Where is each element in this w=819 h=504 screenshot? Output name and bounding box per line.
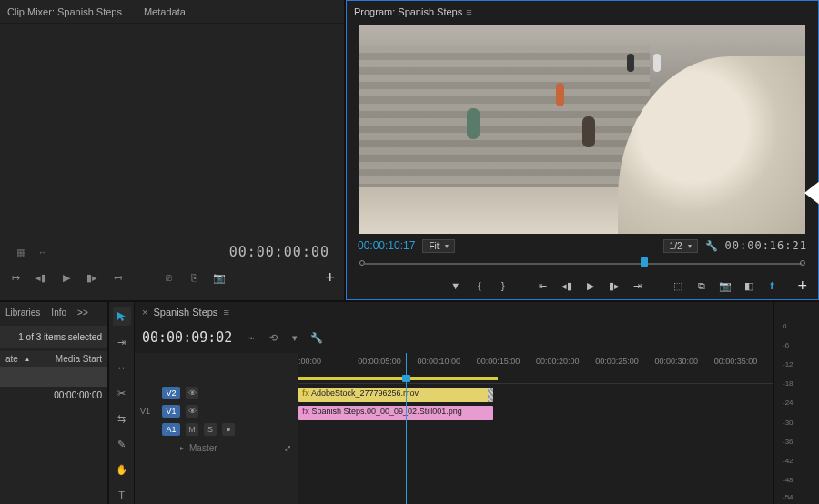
- step-back-icon[interactable]: ◂▮: [35, 271, 47, 284]
- source-transport: ↦ ◂▮ ▶ ▮▸ ↤ ⎚ ⎘ 📷 +: [0, 264, 344, 291]
- record-icon[interactable]: ●: [222, 423, 235, 436]
- project-item[interactable]: [0, 367, 107, 387]
- pen-tool[interactable]: ✎: [113, 435, 131, 453]
- project-columns[interactable]: ate ▴ Media Start: [0, 351, 107, 367]
- menu-icon[interactable]: ≡: [223, 307, 228, 318]
- insert-icon[interactable]: ⎚: [162, 271, 175, 284]
- tab-libraries[interactable]: Libraries: [5, 307, 40, 318]
- clip-video[interactable]: fx AdobeStock_277796256.mov: [298, 388, 493, 402]
- export-frame-icon[interactable]: 📷: [719, 279, 732, 292]
- program-monitor: Program: Spanish Steps ≡ 00:00:10:17 Fit…: [346, 0, 819, 300]
- track-select-tool[interactable]: ⇥: [113, 333, 131, 351]
- add-button[interactable]: +: [325, 268, 335, 287]
- icon-grid-view[interactable]: ▦: [15, 246, 27, 258]
- expand-icon[interactable]: ⤢: [284, 443, 291, 453]
- playhead[interactable]: [406, 353, 407, 504]
- solo-icon[interactable]: S: [204, 423, 217, 436]
- compare-icon[interactable]: ◧: [743, 279, 755, 292]
- program-scrubber[interactable]: [359, 256, 805, 272]
- tool-palette: ⇥ ↔ ✂ ⇆ ✎ ✋ T: [109, 302, 135, 504]
- mute-icon[interactable]: M: [186, 423, 198, 436]
- timeline-timecode[interactable]: 00:00:09:02: [142, 329, 232, 346]
- source-body: [0, 24, 344, 240]
- track-master-header: ▸ Master ⤢: [135, 438, 298, 457]
- settings-icon[interactable]: 🔧: [310, 331, 323, 344]
- source-tabs: Clip Mixer: Spanish Steps Metadata: [0, 0, 344, 24]
- link-icon[interactable]: ⟲: [267, 331, 279, 344]
- marker-icon[interactable]: ▼: [450, 279, 462, 292]
- program-viewport[interactable]: [359, 25, 805, 234]
- project-panel: Libraries Info >> 1 of 3 items selected …: [0, 302, 109, 504]
- selection-info: 1 of 3 items selected: [0, 326, 107, 348]
- hand-tool[interactable]: ✋: [113, 460, 131, 479]
- add-button[interactable]: +: [797, 277, 807, 296]
- track-v2-header[interactable]: V2 👁: [135, 384, 298, 402]
- timeline-panel: × Spanish Steps ≡ 00:00:09:02 ⌁ ⟲ ▾ 🔧 V2: [135, 302, 774, 504]
- zoom-fit-dropdown[interactable]: Fit▾: [422, 239, 454, 253]
- snap-icon[interactable]: ⌁: [245, 331, 258, 344]
- tab-overflow[interactable]: >>: [77, 307, 88, 318]
- marker-icon[interactable]: ▾: [288, 331, 301, 344]
- audio-meters: 0 -6 -12 -18 -24 -30 -36 -42 -48 -54: [774, 302, 819, 504]
- sequence-tab[interactable]: Spanish Steps: [153, 307, 217, 318]
- ripple-edit-tool[interactable]: ↔: [113, 358, 131, 377]
- project-item[interactable]: 00:00:00:00: [0, 387, 107, 404]
- eye-icon[interactable]: 👁: [186, 405, 198, 418]
- settings-icon[interactable]: 🔧: [705, 239, 718, 252]
- timeline-tracks[interactable]: :00:00 00:00:05:00 00:00:10:00 00:00:15:…: [298, 353, 774, 504]
- track-v1-header[interactable]: V1 V1 👁: [135, 402, 298, 420]
- slip-tool[interactable]: ⇆: [113, 409, 131, 428]
- track-headers: V2 👁 V1 V1 👁 A1 M S ● ▸: [135, 353, 298, 504]
- selection-tool[interactable]: [113, 307, 131, 326]
- resolution-dropdown[interactable]: 1/2▾: [663, 239, 698, 253]
- clip-image[interactable]: fx Spanish Steps.00_00_09_02.Still001.pn…: [298, 406, 493, 420]
- export-icon[interactable]: ⬆: [766, 279, 779, 292]
- razor-tool[interactable]: ✂: [113, 384, 131, 402]
- program-duration-tc: 00:00:16:21: [725, 239, 807, 252]
- source-panel: Clip Mixer: Spanish Steps Metadata ▦ ↔ 0…: [0, 0, 346, 300]
- time-ruler[interactable]: :00:00 00:00:05:00 00:00:10:00 00:00:15:…: [298, 353, 774, 384]
- goto-out-icon[interactable]: ⇥: [632, 279, 644, 292]
- step-back-icon[interactable]: ◂▮: [561, 279, 573, 292]
- tab-metadata[interactable]: Metadata: [144, 6, 186, 17]
- mark-out-icon[interactable]: ↤: [111, 271, 124, 284]
- icon-list-view[interactable]: ↔: [36, 246, 49, 258]
- out-bracket-icon[interactable]: }: [497, 279, 510, 292]
- nav-arrow-right[interactable]: [804, 180, 819, 206]
- mark-in-icon[interactable]: ↦: [9, 271, 22, 284]
- program-current-tc[interactable]: 00:00:10:17: [358, 239, 415, 252]
- type-tool[interactable]: T: [113, 486, 131, 504]
- lift-icon[interactable]: ⬚: [672, 279, 684, 292]
- menu-icon[interactable]: ≡: [466, 6, 471, 17]
- extract-icon[interactable]: ⧉: [695, 279, 708, 292]
- play-icon[interactable]: ▶: [60, 271, 73, 284]
- step-forward-icon[interactable]: ▮▸: [86, 271, 98, 284]
- camera-icon[interactable]: 📷: [213, 271, 226, 284]
- tab-clip-mixer[interactable]: Clip Mixer: Spanish Steps: [7, 6, 122, 17]
- eye-icon[interactable]: 👁: [186, 387, 198, 399]
- in-bracket-icon[interactable]: {: [473, 279, 486, 292]
- play-icon[interactable]: ▶: [584, 279, 597, 292]
- overwrite-icon[interactable]: ⎘: [187, 271, 200, 284]
- program-title: Program: Spanish Steps: [354, 6, 462, 17]
- tab-info[interactable]: Info: [51, 307, 66, 318]
- goto-in-icon[interactable]: ⇤: [537, 279, 550, 292]
- track-a1-header[interactable]: A1 M S ●: [135, 420, 298, 438]
- source-timecode: 00:00:00:00: [229, 244, 329, 260]
- step-forward-icon[interactable]: ▮▸: [608, 279, 621, 292]
